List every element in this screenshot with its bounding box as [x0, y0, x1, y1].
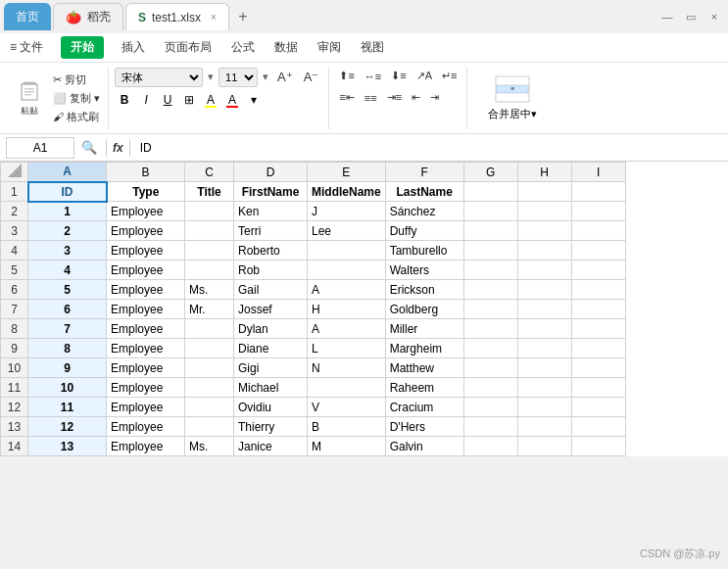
cell-4-H[interactable] — [517, 241, 571, 261]
cell-1-A[interactable]: ID — [28, 182, 107, 202]
col-header-A[interactable]: A — [28, 163, 107, 182]
cell-4-I[interactable] — [571, 241, 625, 261]
cell-2-F[interactable]: Sánchez — [385, 202, 463, 221]
cell-8-F[interactable]: Miller — [385, 319, 463, 339]
cell-6-F[interactable]: Erickson — [385, 280, 463, 300]
cell-4-C[interactable] — [185, 241, 234, 261]
cell-14-G[interactable] — [463, 437, 517, 456]
cell-3-G[interactable] — [463, 221, 517, 241]
cell-14-E[interactable]: M — [308, 437, 386, 456]
cell-6-C[interactable]: Ms. — [185, 280, 234, 300]
cell-10-E[interactable]: N — [308, 358, 386, 378]
cell-4-B[interactable]: Employee — [107, 241, 185, 261]
cell-9-H[interactable] — [517, 339, 571, 358]
cell-14-A[interactable]: 13 — [28, 437, 107, 456]
cell-9-C[interactable] — [185, 339, 234, 358]
font-name-select[interactable]: 宋体 — [115, 68, 203, 87]
cell-9-B[interactable]: Employee — [107, 339, 185, 358]
cell-6-B[interactable]: Employee — [107, 280, 185, 300]
cell-5-E[interactable] — [308, 261, 386, 280]
cell-4-F[interactable]: Tamburello — [385, 241, 463, 261]
merge-center-button[interactable]: ≡ 合并居中▾ — [473, 72, 552, 123]
cell-6-H[interactable] — [517, 280, 571, 300]
cut-button[interactable]: ✂ 剪切 — [51, 71, 102, 88]
cell-7-A[interactable]: 6 — [28, 300, 107, 319]
cell-10-D[interactable]: Gigi — [234, 358, 308, 378]
row-number-cell[interactable]: 10 — [1, 358, 28, 378]
cell-7-G[interactable] — [463, 300, 517, 319]
cell-3-D[interactable]: Terri — [234, 221, 308, 241]
cell-10-G[interactable] — [463, 358, 517, 378]
cell-7-D[interactable]: Jossef — [234, 300, 308, 319]
col-header-D[interactable]: D — [234, 163, 308, 182]
cell-13-A[interactable]: 12 — [28, 417, 107, 437]
select-all-icon[interactable] — [8, 164, 22, 177]
cell-5-I[interactable] — [571, 261, 625, 280]
tab-file[interactable]: S test1.xlsx × — [125, 3, 229, 30]
cell-10-I[interactable] — [571, 358, 625, 378]
cell-2-D[interactable]: Ken — [234, 202, 308, 221]
cell-8-H[interactable] — [517, 319, 571, 339]
cell-4-E[interactable] — [308, 241, 386, 261]
cell-9-F[interactable]: Margheim — [385, 339, 463, 358]
cell-8-C[interactable] — [185, 319, 234, 339]
row-number-cell[interactable]: 3 — [1, 221, 28, 241]
cell-1-H[interactable] — [517, 182, 571, 202]
decrease-font-button[interactable]: A⁻ — [300, 67, 323, 87]
cell-2-A[interactable]: 1 — [28, 202, 107, 221]
cell-8-B[interactable]: Employee — [107, 319, 185, 339]
cell-2-G[interactable] — [463, 202, 517, 221]
cell-9-I[interactable] — [571, 339, 625, 358]
row-number-cell[interactable]: 5 — [1, 261, 28, 280]
tab-close-button[interactable]: × — [211, 12, 217, 23]
row-number-cell[interactable]: 6 — [1, 280, 28, 300]
col-header-I[interactable]: I — [571, 163, 625, 182]
cell-11-A[interactable]: 10 — [28, 378, 107, 398]
cell-1-D[interactable]: FirstName — [234, 182, 308, 202]
cell-13-F[interactable]: D'Hers — [385, 417, 463, 437]
align-bottom-button[interactable]: ⬇≡ — [387, 67, 410, 85]
row-number-cell[interactable]: 13 — [1, 417, 28, 437]
cell-6-I[interactable] — [571, 280, 625, 300]
row-number-cell[interactable]: 8 — [1, 319, 28, 339]
row-number-cell[interactable]: 11 — [1, 378, 28, 398]
cell-1-B[interactable]: Type — [107, 182, 185, 202]
italic-button[interactable]: I — [136, 90, 156, 110]
cell-6-E[interactable]: A — [308, 280, 386, 300]
row-number-cell[interactable]: 14 — [1, 437, 28, 456]
cell-12-F[interactable]: Cracium — [385, 398, 463, 417]
cell-2-E[interactable]: J — [308, 202, 386, 221]
cell-10-A[interactable]: 9 — [28, 358, 107, 378]
cell-6-D[interactable]: Gail — [234, 280, 308, 300]
font-size-select[interactable]: 11 — [218, 68, 258, 87]
cell-3-E[interactable]: Lee — [308, 221, 386, 241]
cell-8-A[interactable]: 7 — [28, 319, 107, 339]
cell-4-G[interactable] — [463, 241, 517, 261]
ribbon-tab-formula[interactable]: 公式 — [229, 35, 257, 60]
ribbon-tab-file[interactable]: ≡ 文件 — [8, 35, 45, 60]
cell-7-F[interactable]: Goldberg — [385, 300, 463, 319]
cell-1-F[interactable]: LastName — [385, 182, 463, 202]
col-header-B[interactable]: B — [107, 163, 185, 182]
close-button[interactable]: × — [704, 7, 724, 26]
cell-5-D[interactable]: Rob — [234, 261, 308, 280]
cell-5-F[interactable]: Walters — [385, 261, 463, 280]
cell-14-C[interactable]: Ms. — [185, 437, 234, 456]
cell-5-A[interactable]: 4 — [28, 261, 107, 280]
cell-5-G[interactable] — [463, 261, 517, 280]
col-header-E[interactable]: E — [308, 163, 386, 182]
align-middle-button[interactable]: ↔≡ — [361, 68, 385, 85]
cell-9-G[interactable] — [463, 339, 517, 358]
cell-6-A[interactable]: 5 — [28, 280, 107, 300]
cell-14-F[interactable]: Galvin — [385, 437, 463, 456]
cell-reference-input[interactable] — [6, 137, 74, 159]
cell-10-H[interactable] — [517, 358, 571, 378]
cell-9-A[interactable]: 8 — [28, 339, 107, 358]
cell-11-I[interactable] — [571, 378, 625, 398]
row-number-cell[interactable]: 9 — [1, 339, 28, 358]
cell-13-G[interactable] — [463, 417, 517, 437]
align-right-button[interactable]: ⇥≡ — [383, 88, 406, 107]
tab-wps[interactable]: 🍅 稻壳 — [53, 3, 123, 30]
cell-12-C[interactable] — [185, 398, 234, 417]
cell-4-D[interactable]: Roberto — [234, 241, 308, 261]
